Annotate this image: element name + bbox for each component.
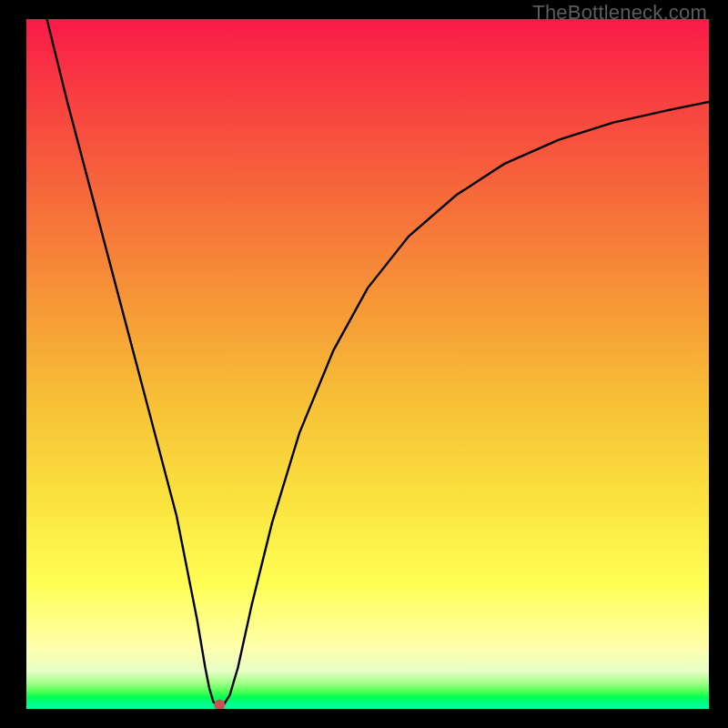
plot-area <box>26 19 709 709</box>
bottleneck-curve <box>47 19 710 704</box>
chart-svg <box>26 19 709 709</box>
min-point-marker <box>214 699 225 709</box>
watermark-text: TheBottleneck.com <box>532 1 707 25</box>
chart-background: TheBottleneck.com <box>0 0 728 728</box>
